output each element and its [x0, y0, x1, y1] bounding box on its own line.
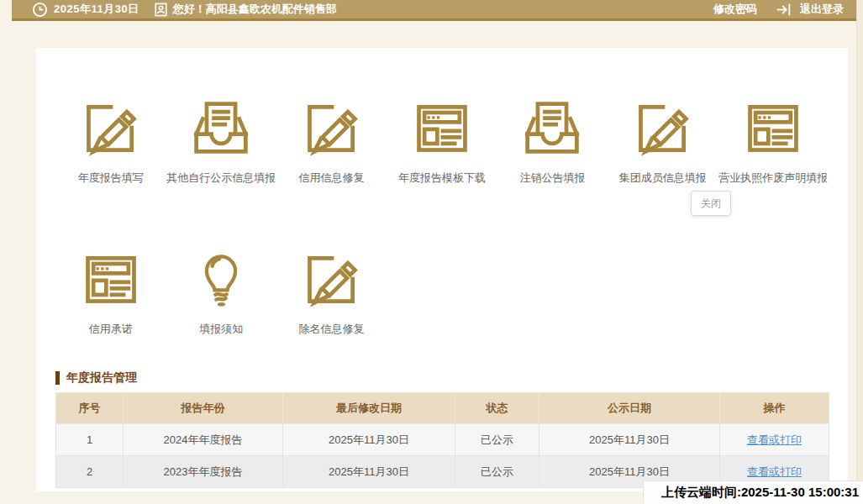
- shortcut-grid-row1: 年度报告填写 其他自行公示信息填报 信用信息修复: [55, 97, 829, 186]
- shortcut-item[interactable]: 其他自行公示信息填报: [166, 97, 276, 186]
- browser-icon: [81, 249, 141, 309]
- logout-icon: [776, 3, 792, 17]
- shortcut-label: 信用承诺: [89, 322, 133, 337]
- col-publish-date: 公示日期: [539, 393, 720, 424]
- upload-time-stamp: 上传云端时间:2025-11-30 15:00:31: [643, 480, 863, 504]
- col-actions: 操作: [720, 393, 829, 424]
- logout-link[interactable]: 退出登录: [800, 2, 844, 17]
- cell-report-year: 2023年年度报告: [124, 456, 283, 488]
- bulb-icon: [191, 249, 251, 309]
- topbar-left: 2025年11月30日 您好！高阳县鑫欧农机配件销售部: [32, 2, 337, 18]
- shortcut-label: 年度报告填写: [78, 171, 144, 186]
- cell-last-modified: 2025年11月30日: [283, 456, 455, 488]
- table-header-row: 序号 报告年份 最后修改日期 状态 公示日期 操作: [56, 393, 829, 424]
- view-print-link[interactable]: 查看或打印: [747, 433, 802, 446]
- shortcut-label: 其他自行公示信息填报: [166, 171, 276, 186]
- upload-time-text: 上传云端时间:2025-11-30 15:00:31: [661, 485, 859, 501]
- inbox-icon: [522, 97, 582, 158]
- section-title: 年度报告管理: [66, 370, 137, 386]
- shortcut-item[interactable]: 集团成员信息填报: [608, 97, 718, 186]
- change-password-link[interactable]: 修改密码: [713, 2, 757, 17]
- shortcut-label: 营业执照作废声明填报: [718, 171, 828, 186]
- top-bar: 2025年11月30日 您好！高阳县鑫欧农机配件销售部 修改密码 退出登录: [12, 0, 857, 21]
- shortcut-item[interactable]: 注销公告填报: [497, 97, 608, 186]
- edit-icon: [81, 97, 141, 158]
- topbar-right: 修改密码 退出登录: [713, 2, 844, 17]
- shortcut-label: 集团成员信息填报: [619, 171, 707, 186]
- scrollbar-track[interactable]: [856, 0, 863, 504]
- annual-report-table: 序号 报告年份 最后修改日期 状态 公示日期 操作 1 2024年年度报告 20…: [55, 392, 829, 488]
- user-badge-icon: [155, 3, 167, 17]
- shortcut-grid-row2: 信用承诺 填报须知 除名信息修复: [55, 249, 829, 337]
- col-report-year: 报告年份: [124, 393, 283, 424]
- edit-icon: [633, 97, 693, 158]
- cell-publish-date: 2025年11月30日: [539, 424, 720, 456]
- col-last-modified: 最后修改日期: [283, 393, 455, 424]
- section-accent-bar: [55, 371, 60, 385]
- shortcut-label: 年度报告模板下载: [398, 171, 486, 186]
- shortcut-item[interactable]: 营业执照作废声明填报: [718, 97, 829, 186]
- browser-icon: [743, 97, 803, 158]
- user-greeting: 您好！高阳县鑫欧农机配件销售部: [173, 2, 337, 17]
- cell-report-year: 2024年年度报告: [124, 424, 283, 456]
- current-date: 2025年11月30日: [54, 2, 139, 17]
- shortcut-item[interactable]: 年度报告模板下载: [387, 97, 497, 186]
- edit-icon: [302, 249, 362, 309]
- shortcut-item[interactable]: 除名信息修复: [276, 249, 387, 337]
- shortcut-label: 除名信息修复: [299, 322, 365, 337]
- cell-last-modified: 2025年11月30日: [283, 424, 455, 456]
- col-index: 序号: [56, 393, 124, 424]
- shortcut-label: 注销公告填报: [519, 171, 585, 186]
- cell-status: 已公示: [455, 456, 539, 488]
- main-panel: 年度报告填写 其他自行公示信息填报 信用信息修复: [36, 48, 848, 491]
- browser-icon: [412, 97, 472, 158]
- close-button[interactable]: 关闭: [691, 191, 731, 216]
- inbox-icon: [191, 97, 251, 158]
- shortcut-label: 填报须知: [199, 322, 243, 337]
- shortcut-item[interactable]: 信用信息修复: [276, 97, 387, 186]
- shortcut-item[interactable]: 填报须知: [166, 249, 276, 337]
- shortcut-item[interactable]: 信用承诺: [55, 249, 166, 337]
- section-header: 年度报告管理: [55, 370, 137, 386]
- clock-icon: [32, 2, 48, 18]
- edit-icon: [302, 97, 362, 158]
- cell-index: 2: [56, 456, 124, 488]
- shortcut-item[interactable]: 年度报告填写: [55, 97, 166, 186]
- cell-status: 已公示: [455, 424, 539, 456]
- cell-index: 1: [56, 424, 124, 456]
- cell-actions: 查看或打印: [720, 424, 829, 456]
- col-status: 状态: [455, 393, 539, 424]
- shortcut-label: 信用信息修复: [299, 171, 365, 186]
- view-print-link[interactable]: 查看或打印: [747, 465, 802, 478]
- table-row: 1 2024年年度报告 2025年11月30日 已公示 2025年11月30日 …: [56, 424, 829, 456]
